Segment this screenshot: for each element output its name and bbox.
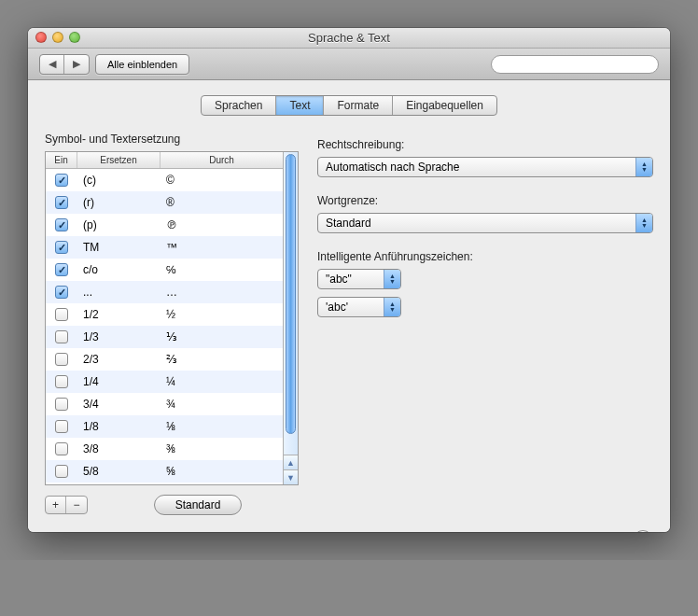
cell-replace[interactable]: 1/2 bbox=[77, 308, 161, 321]
content: SprachenTextFormateEingabequellen Symbol… bbox=[28, 80, 670, 532]
tab-sprachen[interactable]: Sprachen bbox=[202, 96, 276, 115]
cell-replace[interactable]: ... bbox=[77, 286, 161, 299]
show-all-button[interactable]: Alle einblenden bbox=[95, 54, 189, 75]
scroll-thumb[interactable] bbox=[286, 154, 296, 434]
cell-with[interactable]: … bbox=[161, 286, 283, 299]
table-row[interactable]: 1/8⅛ bbox=[46, 415, 283, 438]
cell-on bbox=[46, 398, 77, 411]
remove-button[interactable]: − bbox=[66, 497, 87, 513]
cell-with[interactable]: ⅜ bbox=[161, 442, 283, 455]
cell-with[interactable]: ⅓ bbox=[161, 330, 283, 343]
th-with[interactable]: Durch bbox=[161, 152, 283, 168]
table-row[interactable]: (c)© bbox=[46, 169, 283, 191]
smartquotes-label: Intelligente Anführungszeichen: bbox=[317, 250, 653, 263]
cell-replace[interactable]: (c) bbox=[77, 174, 161, 187]
table-row[interactable]: 7/8⅞ bbox=[46, 483, 283, 484]
cell-on bbox=[46, 218, 77, 231]
nav-forward-button[interactable]: ▶ bbox=[64, 55, 89, 74]
cell-with[interactable]: ½ bbox=[161, 308, 283, 321]
table-row[interactable]: 1/2½ bbox=[46, 303, 283, 326]
single-quotes-popup[interactable]: 'abc' ▲▼ bbox=[317, 297, 401, 317]
row-checkbox[interactable] bbox=[55, 353, 68, 366]
row-checkbox[interactable] bbox=[55, 241, 68, 254]
wordbreak-label: Wortgrenze: bbox=[317, 194, 653, 207]
table-row[interactable]: 1/4¼ bbox=[46, 371, 283, 393]
cell-with[interactable]: ℗ bbox=[161, 218, 283, 231]
table-row[interactable]: 1/3⅓ bbox=[46, 326, 283, 348]
cell-with[interactable]: ® bbox=[161, 196, 283, 209]
table-row[interactable]: c/o℅ bbox=[46, 259, 283, 281]
left-pane: Symbol- und Textersetzung Ein Ersetzen D… bbox=[45, 133, 299, 515]
row-checkbox[interactable] bbox=[55, 465, 68, 478]
wordbreak-popup[interactable]: Standard ▲▼ bbox=[317, 213, 653, 233]
minimize-button[interactable] bbox=[52, 32, 63, 43]
table-row[interactable]: (r)® bbox=[46, 191, 283, 214]
cell-replace[interactable]: c/o bbox=[77, 263, 161, 276]
cell-with[interactable]: ™ bbox=[161, 241, 283, 254]
help-button[interactable]: ? bbox=[633, 530, 653, 532]
row-checkbox[interactable] bbox=[55, 174, 68, 187]
cell-replace[interactable]: TM bbox=[77, 241, 161, 254]
row-checkbox[interactable] bbox=[55, 420, 68, 433]
double-quotes-popup[interactable]: "abc" ▲▼ bbox=[317, 269, 401, 289]
cell-on bbox=[46, 196, 77, 209]
below-table: + − Standard bbox=[45, 495, 299, 515]
cell-with[interactable]: ¾ bbox=[161, 398, 283, 411]
cell-replace[interactable]: 1/4 bbox=[77, 375, 161, 388]
cell-with[interactable]: © bbox=[161, 174, 283, 187]
scroll-up-button[interactable]: ▲ bbox=[284, 455, 298, 469]
table-inner: Ein Ersetzen Durch (c)©(r)®(p)℗TM™c/o℅..… bbox=[46, 152, 283, 484]
tab-eingabequellen[interactable]: Eingabequellen bbox=[393, 96, 496, 115]
row-checkbox[interactable] bbox=[55, 196, 68, 209]
row-checkbox[interactable] bbox=[55, 286, 68, 299]
add-button[interactable]: + bbox=[46, 497, 66, 513]
spelling-popup[interactable]: Automatisch nach Sprache ▲▼ bbox=[317, 157, 653, 177]
table-row[interactable]: ...… bbox=[46, 281, 283, 303]
table-row[interactable]: 5/8⅝ bbox=[46, 460, 283, 483]
row-checkbox[interactable] bbox=[55, 218, 68, 231]
row-checkbox[interactable] bbox=[55, 330, 68, 343]
cell-replace[interactable]: 5/8 bbox=[77, 465, 161, 478]
cell-replace[interactable]: 1/3 bbox=[77, 330, 161, 343]
cell-on bbox=[46, 353, 77, 366]
table-row[interactable]: 3/8⅜ bbox=[46, 438, 283, 460]
popup-arrows-icon: ▲▼ bbox=[384, 270, 400, 288]
defaults-button[interactable]: Standard bbox=[154, 495, 243, 515]
tab-text[interactable]: Text bbox=[276, 96, 324, 115]
cell-replace[interactable]: (p) bbox=[77, 218, 161, 231]
popup-arrows-icon: ▲▼ bbox=[635, 214, 652, 232]
cell-on bbox=[46, 465, 77, 478]
th-on[interactable]: Ein bbox=[46, 152, 77, 168]
cell-replace[interactable]: 3/8 bbox=[77, 442, 161, 455]
titlebar: Sprache & Text bbox=[28, 28, 670, 49]
row-checkbox[interactable] bbox=[55, 375, 68, 388]
cell-with[interactable]: ⅔ bbox=[161, 353, 283, 366]
table-row[interactable]: TM™ bbox=[46, 236, 283, 259]
cell-with[interactable]: ¼ bbox=[161, 375, 283, 388]
table-row[interactable]: 2/3⅔ bbox=[46, 348, 283, 371]
tab-formate[interactable]: Formate bbox=[324, 96, 393, 115]
row-checkbox[interactable] bbox=[55, 442, 68, 455]
zoom-button[interactable] bbox=[69, 32, 80, 43]
th-replace[interactable]: Ersetzen bbox=[77, 152, 161, 168]
row-checkbox[interactable] bbox=[55, 263, 68, 276]
cell-replace[interactable]: 1/8 bbox=[77, 420, 161, 433]
cell-with[interactable]: ⅛ bbox=[161, 420, 283, 433]
scrollbar[interactable]: ▲ ▼ bbox=[283, 152, 298, 484]
search-input[interactable] bbox=[491, 55, 659, 74]
close-button[interactable] bbox=[35, 32, 47, 43]
row-checkbox[interactable] bbox=[55, 308, 68, 321]
cell-with[interactable]: ⅝ bbox=[161, 465, 283, 478]
toolbar: ◀ ▶ Alle einblenden bbox=[28, 49, 670, 80]
cell-replace[interactable]: 2/3 bbox=[77, 353, 161, 366]
table-row[interactable]: (p)℗ bbox=[46, 214, 283, 236]
preferences-window: Sprache & Text ◀ ▶ Alle einblenden Sprac… bbox=[28, 28, 670, 532]
table-row[interactable]: 3/4¾ bbox=[46, 393, 283, 415]
cell-replace[interactable]: 3/4 bbox=[77, 398, 161, 411]
nav-back-button[interactable]: ◀ bbox=[40, 55, 64, 74]
cell-replace[interactable]: (r) bbox=[77, 196, 161, 209]
cell-with[interactable]: ℅ bbox=[161, 263, 283, 276]
table-rows: (c)©(r)®(p)℗TM™c/o℅...…1/2½1/3⅓2/3⅔1/4¼3… bbox=[46, 169, 283, 484]
scroll-down-button[interactable]: ▼ bbox=[284, 469, 298, 484]
row-checkbox[interactable] bbox=[55, 398, 68, 411]
